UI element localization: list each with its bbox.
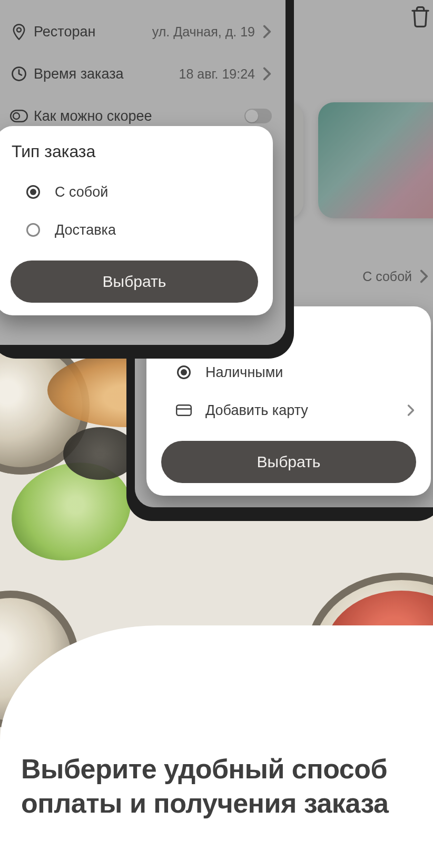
- caption-panel: [0, 625, 433, 868]
- select-button[interactable]: Выбрать: [161, 441, 416, 483]
- svg-rect-2: [176, 405, 191, 416]
- order-type-modal: Тип заказа С собой Доставка Выбрать: [0, 126, 273, 315]
- card-icon: [176, 404, 192, 416]
- chevron-right-icon: [407, 404, 415, 417]
- option-label: Добавить карту: [205, 402, 308, 419]
- order-type-option-delivery[interactable]: Доставка: [0, 211, 273, 249]
- option-label: Наличными: [205, 364, 283, 381]
- order-type-option-pickup[interactable]: С собой: [0, 173, 273, 211]
- modal-title: Тип заказа: [0, 142, 273, 161]
- select-button[interactable]: Выбрать: [11, 261, 258, 303]
- payment-option-cash[interactable]: Наличными: [146, 353, 431, 391]
- marketing-caption: Выберите удобный способ оплаты и получен…: [21, 752, 412, 821]
- option-label: Доставка: [55, 222, 116, 238]
- radio-selected-icon: [26, 185, 40, 199]
- option-label: С собой: [55, 184, 108, 200]
- radio-selected-icon: [177, 365, 191, 379]
- phone-mock-left: Ресторан ул. Дачная, д. 19 Время заказа …: [0, 0, 294, 359]
- payment-option-add-card[interactable]: Добавить карту: [146, 391, 431, 429]
- radio-unselected-icon: [26, 223, 40, 237]
